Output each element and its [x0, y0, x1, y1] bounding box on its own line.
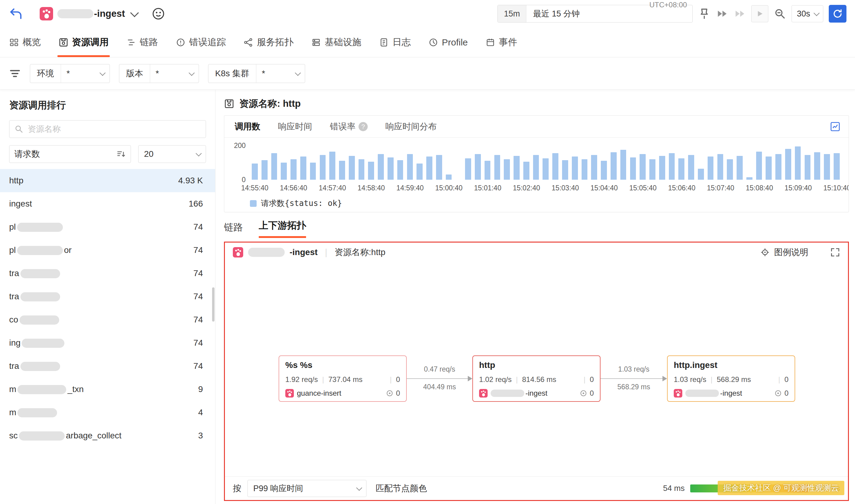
tab-trace-list[interactable]: 链路: [224, 221, 243, 238]
redacted-workspace-name: [57, 9, 93, 18]
workspace-name[interactable]: -ingest: [94, 8, 125, 19]
search-input[interactable]: [28, 125, 201, 134]
tab-infrastructure[interactable]: 基础设施: [311, 28, 361, 57]
tab-profile[interactable]: Profile: [428, 28, 468, 57]
tab-resource-call[interactable]: 资源调用: [58, 28, 109, 57]
resource-list-item[interactable]: plor74: [0, 238, 215, 262]
resource-list-item[interactable]: tra74: [0, 285, 215, 308]
resource-name: m_txn: [9, 384, 84, 395]
x-tick-label: 15:03:40: [544, 184, 587, 192]
tab-overview[interactable]: 概览: [9, 28, 41, 57]
refresh-button[interactable]: [829, 5, 847, 22]
chart-bar: [746, 177, 752, 180]
legend-help-button[interactable]: 图例说明: [760, 247, 808, 258]
help-icon[interactable]: ?: [358, 122, 368, 131]
topology-node[interactable]: http.ingest1.03 req/s|568.29 ms|0-ingest…: [667, 356, 795, 402]
x-tick-label: 15:10:40: [816, 184, 849, 192]
main-nav: 概览 资源调用 链路 错误追踪 服务拓扑 基础设施 日志 Profile: [0, 28, 855, 57]
refresh-interval-value: 30s: [797, 9, 810, 19]
skip-back-icon[interactable]: [716, 7, 728, 20]
tab-call-count[interactable]: 调用数: [235, 121, 260, 132]
resource-list-item[interactable]: m_txn9: [0, 378, 215, 401]
fullscreen-icon[interactable]: [830, 248, 840, 257]
resource-ranking-sidebar: 资源调用排行 请求数 20 http4.93 Kingest166pl74plo…: [0, 90, 215, 504]
account-icon[interactable]: [152, 7, 165, 21]
filter-environment[interactable]: 环境 *: [30, 64, 110, 83]
tab-upstream-downstream-topology[interactable]: 上下游拓扑: [259, 219, 306, 238]
x-tick-label: 15:02:40: [505, 184, 548, 192]
filter-version[interactable]: 版本 *: [119, 64, 199, 83]
chart-bar: [640, 154, 646, 180]
page-size-select[interactable]: 20: [138, 145, 206, 163]
filter-k8s-cluster[interactable]: K8s 集群 *: [208, 64, 305, 83]
metric-chart-card: 调用数 响应时间 错误率? 响应时间分布 0200 14:55:4014:56:…: [224, 115, 849, 212]
resource-list-item[interactable]: tra74: [0, 262, 215, 285]
chart-settings-icon[interactable]: [830, 121, 841, 132]
divider: |: [325, 247, 327, 257]
chevron-down-icon: [356, 485, 362, 490]
chevron-down-icon[interactable]: [130, 8, 139, 17]
scrollbar-thumb[interactable]: [212, 287, 214, 322]
topology-node[interactable]: %s %s1.92 req/s|737.04 ms|0guance-insert…: [279, 356, 407, 402]
tab-events[interactable]: 事件: [485, 28, 517, 57]
metric-tab-label: 响应时间分布: [386, 121, 437, 132]
filter-icon[interactable]: [9, 68, 21, 79]
resource-list-item[interactable]: tra74: [0, 355, 215, 378]
edge-rate-label: 0.47 req/s: [406, 365, 473, 374]
resource-request-count: 74: [194, 245, 203, 255]
service-topology-icon: [244, 37, 253, 47]
chart-bar: [446, 175, 452, 180]
resource-search-box[interactable]: [9, 120, 206, 138]
x-tick-label: 15:00:40: [427, 184, 470, 192]
tab-logs[interactable]: 日志: [379, 28, 411, 57]
tab-error-rate[interactable]: 错误率?: [330, 121, 368, 132]
sidebar-title: 资源调用排行: [9, 99, 215, 112]
resource-name: plor: [9, 245, 72, 255]
tab-error-tracking[interactable]: 错误追踪: [176, 28, 226, 57]
chart-bar: [349, 156, 355, 180]
resource-list-item[interactable]: ingest166: [0, 192, 215, 215]
back-icon[interactable]: [8, 7, 22, 21]
topology-resource-label: 资源名称:http: [335, 247, 386, 258]
chart-bar: [271, 153, 278, 180]
x-tick-label: 14:58:40: [350, 184, 393, 192]
zoom-out-icon[interactable]: [774, 7, 786, 20]
overview-icon: [9, 37, 19, 47]
pin-icon[interactable]: [698, 7, 710, 20]
chart-legend[interactable]: 请求数{status: ok}: [250, 198, 342, 209]
sort-field-select[interactable]: 请求数: [9, 145, 131, 163]
tab-label: 日志: [392, 36, 411, 49]
play-icon[interactable]: [751, 5, 768, 22]
chart-bar: [475, 154, 481, 180]
service-name: -ingest: [685, 389, 742, 397]
refresh-interval-select[interactable]: 30s: [791, 5, 823, 22]
topology-node[interactable]: http1.02 req/s|814.56 ms|0-ingest0: [473, 356, 601, 402]
resource-list-item[interactable]: ing74: [0, 331, 215, 355]
resource-call-icon: [58, 37, 68, 47]
profile-icon: [428, 37, 438, 47]
chart-bar: [542, 158, 549, 180]
topology-canvas[interactable]: %s %s1.92 req/s|737.04 ms|0guance-insert…: [225, 262, 848, 476]
resource-list-item[interactable]: http4.93 K: [0, 169, 215, 192]
filter-label: 环境: [30, 68, 61, 79]
chart-bar: [805, 155, 811, 180]
resource-list-item[interactable]: co74: [0, 308, 215, 331]
resource-name: http: [9, 176, 23, 185]
topology-panel: -ingest | 资源名称:http 图例说明 %s %s1.92 req/s…: [224, 241, 849, 501]
resource-list-item[interactable]: m4: [0, 401, 215, 424]
tab-service-topology[interactable]: 服务拓扑: [244, 28, 293, 57]
tab-traces[interactable]: 链路: [126, 28, 158, 57]
tab-response-time[interactable]: 响应时间: [278, 121, 312, 132]
color-hint-label: 匹配节点颜色: [376, 483, 427, 494]
node-rate: 1.03 req/s: [674, 375, 707, 384]
skip-forward-icon[interactable]: [733, 7, 746, 20]
edge-rate-label: 1.03 req/s: [600, 365, 667, 374]
tab-response-time-distribution[interactable]: 响应时间分布: [386, 121, 437, 132]
node-title: %s %s: [285, 360, 400, 370]
resource-list-item[interactable]: scarbage_collect3: [0, 424, 215, 447]
color-metric-select[interactable]: P99 响应时间: [248, 480, 367, 497]
chart-bar: [465, 158, 471, 180]
resource-name: ing: [9, 338, 66, 348]
resource-list-item[interactable]: pl74: [0, 215, 215, 238]
chart-bar: [727, 159, 733, 180]
